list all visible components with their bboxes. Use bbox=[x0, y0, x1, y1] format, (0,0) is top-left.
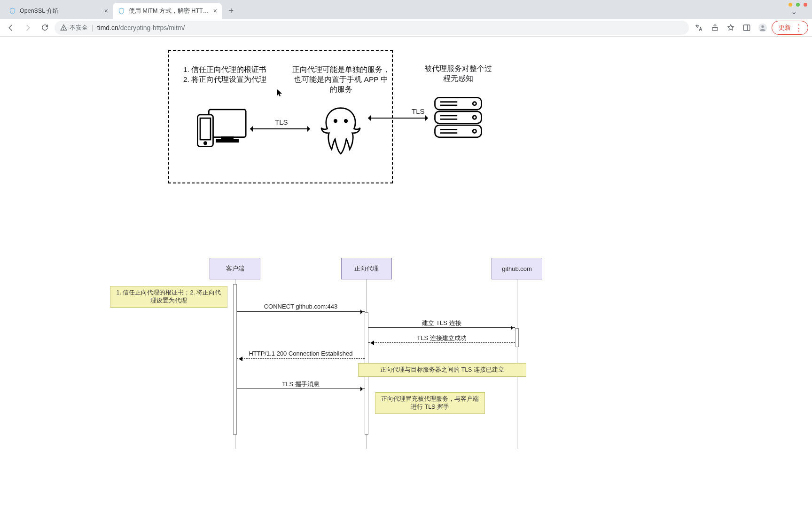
message-arrow-dashed-icon bbox=[368, 342, 515, 343]
update-label: 更新 bbox=[779, 24, 791, 32]
message-arrow-dashed-icon bbox=[237, 358, 365, 359]
svg-rect-15 bbox=[435, 125, 482, 137]
svg-point-18 bbox=[473, 129, 476, 133]
diagram-mid-caption: 正向代理可能是单独的服务，也可能是内置于手机 APP 中的服务 bbox=[291, 65, 391, 95]
tabs-dropdown-icon[interactable]: ⌄ bbox=[791, 7, 797, 16]
message-label: TLS 握手消息 bbox=[237, 380, 365, 389]
browser-toolbar: 不安全 | timd.cn/decrypting-https/mitm/ 更新 … bbox=[0, 19, 812, 37]
server-stack-icon bbox=[432, 93, 484, 144]
svg-rect-2 bbox=[743, 25, 750, 31]
tls-label: TLS bbox=[412, 107, 425, 115]
sequence-note: 1. 信任正向代理的根证书；2. 将正向代理设置为代理 bbox=[110, 286, 227, 308]
tab-openssl[interactable]: OpenSSL 介绍 × bbox=[4, 3, 113, 19]
activation-bar bbox=[515, 328, 519, 347]
page-content: 1. 信任正向代理的根证书 2. 将正向代理设置为代理 正向代理可能是单独的服务… bbox=[0, 37, 812, 508]
address-bar[interactable]: 不安全 | timd.cn/decrypting-https/mitm/ bbox=[55, 21, 689, 35]
sequence-note: 正向代理与目标服务器之间的 TLS 连接已建立 bbox=[358, 363, 526, 377]
close-icon[interactable]: × bbox=[213, 7, 217, 15]
svg-point-11 bbox=[334, 119, 337, 122]
svg-point-4 bbox=[761, 25, 764, 27]
diagram-left-caption: 1. 信任正向代理的根证书 2. 将正向代理设置为代理 bbox=[183, 65, 282, 85]
shield-icon bbox=[8, 7, 16, 15]
svg-rect-13 bbox=[435, 97, 482, 110]
translate-icon[interactable] bbox=[692, 21, 706, 35]
actor-client: 客户端 bbox=[210, 258, 260, 279]
proxy-octopus-icon bbox=[315, 103, 367, 158]
svg-point-0 bbox=[63, 29, 64, 30]
tab-title: OpenSSL 介绍 bbox=[20, 7, 101, 15]
close-icon[interactable]: × bbox=[104, 7, 108, 15]
svg-point-16 bbox=[473, 102, 476, 105]
shield-icon bbox=[117, 7, 125, 15]
message-label: CONNECT github.com:443 bbox=[237, 303, 365, 310]
message-arrow-icon bbox=[237, 389, 365, 389]
new-tab-button[interactable]: + bbox=[225, 4, 238, 17]
browser-tabstrip: OpenSSL 介绍 × 使用 MITM 方式，解密 HTTPS × + ⌄ bbox=[0, 0, 812, 19]
message-label: HTTP/1.1 200 Connection Established bbox=[237, 350, 365, 357]
sequence-note: 正向代理冒充被代理服务，与客户端进行 TLS 握手 bbox=[375, 392, 485, 414]
omnibox-separator: | bbox=[92, 24, 94, 32]
double-arrow-icon bbox=[250, 128, 310, 129]
profile-avatar-icon[interactable] bbox=[756, 21, 770, 35]
back-button[interactable] bbox=[4, 21, 18, 35]
insecure-badge[interactable]: 不安全 bbox=[60, 24, 88, 32]
forward-button[interactable] bbox=[21, 21, 35, 35]
actor-proxy: 正向代理 bbox=[341, 258, 392, 279]
warning-icon bbox=[60, 24, 67, 31]
insecure-label: 不安全 bbox=[70, 24, 88, 32]
share-icon[interactable] bbox=[708, 21, 722, 35]
mouse-cursor-icon bbox=[277, 89, 283, 98]
macos-window-dots bbox=[789, 3, 807, 7]
svg-rect-7 bbox=[217, 140, 238, 142]
message-label: TLS 连接建立成功 bbox=[368, 334, 515, 342]
url-text: timd.cn/decrypting-https/mitm/ bbox=[97, 24, 185, 32]
svg-rect-5 bbox=[209, 110, 246, 137]
side-panel-icon[interactable] bbox=[740, 21, 754, 35]
architecture-diagram-box: 1. 信任正向代理的根证书 2. 将正向代理设置为代理 正向代理可能是单独的服务… bbox=[168, 50, 393, 183]
update-button[interactable]: 更新 ⋮ bbox=[772, 21, 808, 35]
svg-point-10 bbox=[204, 142, 207, 145]
diagram-right-caption: 被代理服务对整个过程无感知 bbox=[423, 64, 493, 84]
tab-title: 使用 MITM 方式，解密 HTTPS bbox=[129, 7, 210, 15]
actor-server: github.com bbox=[492, 258, 542, 279]
toolbar-right: 更新 ⋮ bbox=[692, 21, 808, 35]
svg-point-17 bbox=[473, 116, 476, 119]
message-label: 建立 TLS 连接 bbox=[368, 319, 515, 327]
double-arrow-icon bbox=[368, 118, 428, 119]
tls-label: TLS bbox=[275, 118, 288, 126]
client-device-icon bbox=[195, 103, 247, 157]
message-arrow-icon bbox=[237, 311, 365, 312]
tab-mitm[interactable]: 使用 MITM 方式，解密 HTTPS × bbox=[113, 3, 222, 19]
svg-rect-14 bbox=[435, 111, 482, 124]
message-arrow-icon bbox=[368, 327, 515, 328]
reload-button[interactable] bbox=[38, 21, 52, 35]
svg-point-12 bbox=[344, 119, 347, 122]
bookmark-star-icon[interactable] bbox=[724, 21, 738, 35]
